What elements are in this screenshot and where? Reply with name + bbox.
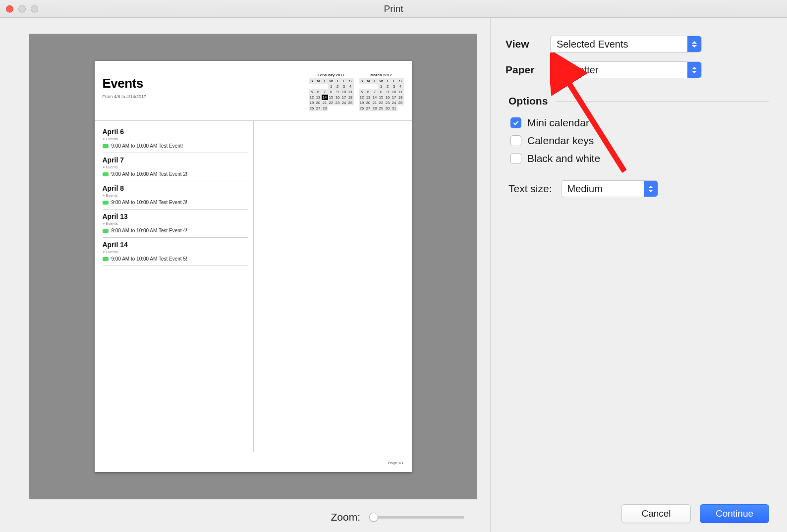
paper-select-value: US Letter [551,62,687,78]
event-text: 9:00 AM to 10:00 AM Test Event 2! [112,171,187,177]
day-block: April 8Events9:00 AM to 10:00 AM Test Ev… [103,181,249,210]
page-title: Events [103,76,309,91]
preview-frame: Events From 4/6 to 4/14/2017 February 20… [29,34,477,499]
checkbox-label: Black and white [527,153,600,164]
right-pane: View Selected Events Paper US Letter Opt… [491,18,787,532]
text-size-select[interactable]: Medium [561,180,658,197]
view-select[interactable]: Selected Events [550,36,702,53]
zoom-label: Zoom: [331,511,360,523]
page-number: Page 1/1 [388,461,403,465]
calendar-color-icon [103,229,109,233]
checkbox-label: Mini calendar [527,117,589,129]
paper-label: Paper [506,64,550,76]
maximize-window-button[interactable] [31,5,38,12]
calendar-color-icon [103,144,109,148]
page-date-range: From 4/6 to 4/14/2017 [103,94,309,99]
day-title: April 14 [103,241,249,249]
text-size-label: Text size: [508,183,552,195]
day-category: Events [103,250,249,254]
checkbox-label: Calendar keys [527,135,594,147]
paper-select[interactable]: US Letter [550,61,702,78]
checkbox[interactable] [510,117,521,128]
continue-button-label: Continue [716,508,753,519]
print-preview-page: Events From 4/6 to 4/14/2017 February 20… [95,61,412,472]
left-pane: Events From 4/6 to 4/14/2017 February 20… [0,18,491,532]
check-icon [512,119,519,126]
day-title: April 8 [103,184,249,192]
day-category: Events [103,193,249,198]
event-line: 9:00 AM to 10:00 AM Test Event 3! [103,200,249,205]
mini-calendar: February 2017SMTWTFS12345678910111213141… [309,73,354,111]
event-line: 9:00 AM to 10:00 AM Test Event 4! [103,228,249,233]
divider [556,101,769,102]
text-size-select-value: Medium [562,181,644,197]
day-block: April 6Events9:00 AM to 10:00 AM Test Ev… [103,125,249,153]
continue-button[interactable]: Continue [700,504,769,523]
checkbox[interactable] [510,135,521,146]
calendar-color-icon [103,257,109,261]
option-row: Mini calendar [510,117,769,129]
option-row: Black and white [510,153,769,164]
day-category: Events [103,165,249,169]
event-line: 9:00 AM to 10:00 AM Test Event 2! [103,171,249,177]
day-block: April 13Events9:00 AM to 10:00 AM Test E… [103,210,249,238]
calendar-color-icon [103,201,109,205]
zoom-slider[interactable] [369,512,464,523]
updown-icon [644,181,658,197]
window-controls [6,5,38,12]
mini-calendars: February 2017SMTWTFS12345678910111213141… [309,73,404,111]
cancel-button[interactable]: Cancel [621,504,691,523]
day-block: April 14Events9:00 AM to 10:00 AM Test E… [103,238,249,266]
titlebar: Print [0,0,787,18]
event-text: 9:00 AM to 10:00 AM Test Event 4! [112,228,187,233]
mini-calendar: March 2017SMTWTFS12345678910111213141516… [359,73,404,111]
event-line: 9:00 AM to 10:00 AM Test Event 5! [103,256,249,262]
day-block: April 7Events9:00 AM to 10:00 AM Test Ev… [103,153,249,181]
day-category: Events [103,221,249,226]
events-column-left: April 6Events9:00 AM to 10:00 AM Test Ev… [95,121,254,452]
updown-icon [687,62,701,78]
option-row: Calendar keys [510,135,769,147]
options-header: Options [508,95,548,107]
minimize-window-button[interactable] [18,5,26,12]
mini-calendar-title: March 2017 [359,73,404,77]
event-line: 9:00 AM to 10:00 AM Test Event! [103,143,249,149]
mini-calendar-title: February 2017 [309,73,354,77]
day-title: April 13 [103,213,249,220]
event-text: 9:00 AM to 10:00 AM Test Event 3! [112,200,187,205]
cancel-button-label: Cancel [641,508,671,519]
day-title: April 6 [103,128,249,136]
event-text: 9:00 AM to 10:00 AM Test Event! [112,143,183,149]
view-select-value: Selected Events [551,36,687,52]
checkbox[interactable] [510,153,521,164]
day-category: Events [103,137,249,141]
day-title: April 7 [103,156,249,164]
window-title: Print [384,3,403,14]
events-column-right [253,121,412,452]
event-text: 9:00 AM to 10:00 AM Test Event 5! [112,256,187,262]
calendar-color-icon [103,172,109,176]
view-label: View [506,38,550,50]
close-window-button[interactable] [6,5,13,12]
updown-icon [687,36,701,52]
